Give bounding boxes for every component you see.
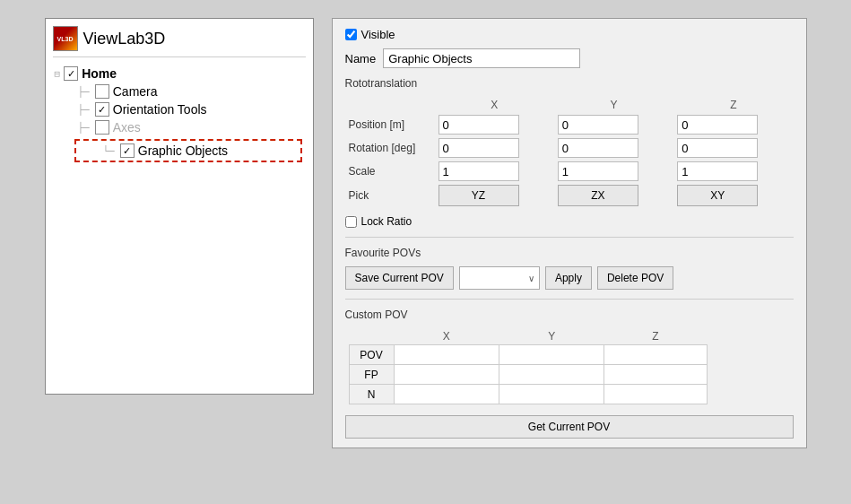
visible-checkbox[interactable]: [345, 29, 357, 40]
tree-item-axes[interactable]: ├─ Axes: [53, 118, 306, 136]
delete-pov-button[interactable]: Delete POV: [597, 266, 673, 290]
table-row: FP: [349, 365, 707, 385]
n-row-label: N: [349, 385, 394, 404]
n-z-cell: [604, 385, 707, 404]
col-z-header: Z: [673, 97, 793, 113]
scale-x[interactable]: [439, 161, 519, 181]
custom-pov-table: X Y Z POV FP N: [349, 328, 708, 404]
col-y-header: Y: [554, 97, 673, 113]
lock-ratio-row: Lock Ratio: [345, 215, 794, 228]
scale-label: Scale: [345, 160, 435, 183]
camera-label: Camera: [113, 84, 158, 99]
n-y-cell: [499, 385, 604, 404]
pov-y-cell: [499, 345, 604, 365]
favourite-povs-label: Favourite POVs: [345, 247, 794, 259]
divider-2: [345, 299, 794, 300]
custom-pov-y-header: Y: [499, 328, 604, 345]
pov-row-label: POV: [349, 345, 394, 365]
checkbox-home[interactable]: [64, 66, 78, 81]
save-pov-button[interactable]: Save Current POV: [345, 266, 454, 290]
axes-label: Axes: [113, 120, 141, 135]
scale-y[interactable]: [558, 161, 638, 181]
tree-item-home[interactable]: ⊟ Home: [53, 65, 306, 83]
visible-row: Visible: [345, 28, 794, 41]
checkbox-camera[interactable]: [95, 84, 109, 99]
rotation-label: Rotation [deg]: [345, 136, 435, 160]
lock-ratio-checkbox[interactable]: [345, 216, 357, 228]
name-row: Name: [345, 48, 794, 68]
custom-pov-x-header: X: [394, 328, 499, 345]
tree-toggle-icon: ⊟: [55, 68, 61, 80]
position-y[interactable]: [558, 115, 638, 135]
tree-item-graphic-objects[interactable]: └─ Graphic Objects: [74, 139, 302, 162]
scale-z[interactable]: [677, 161, 758, 181]
col-x-header: X: [435, 97, 554, 113]
pov-x-cell: [394, 345, 499, 365]
fp-x-cell: [394, 365, 499, 385]
apply-button[interactable]: Apply: [545, 266, 592, 290]
pov-dropdown-wrap: [459, 266, 540, 290]
table-row: N: [349, 385, 707, 404]
custom-pov-label: Custom POV: [345, 308, 794, 321]
panel-title: VL3D ViewLab3D: [53, 26, 306, 57]
tree-line-axes: ├─: [78, 122, 90, 134]
table-row: POV: [349, 345, 707, 365]
rotation-z[interactable]: [677, 138, 758, 158]
visible-label: Visible: [361, 28, 395, 41]
fp-z-cell: [604, 365, 707, 385]
table-row: Rotation [deg]: [345, 136, 794, 160]
pov-dropdown[interactable]: [459, 266, 540, 290]
table-row: Position [m]: [345, 113, 794, 136]
fp-row-label: FP: [349, 365, 394, 385]
pick-xy-button[interactable]: XY: [677, 185, 758, 206]
orientation-tools-label: Orientation Tools: [113, 102, 207, 117]
tree-line-graphic: └─: [103, 145, 115, 157]
pick-zx-button[interactable]: ZX: [558, 185, 638, 206]
tree-item-orientation-tools[interactable]: ├─ Orientation Tools: [53, 100, 306, 118]
roto-table: X Y Z Position [m] Rotation [deg] Scale: [345, 97, 794, 208]
app-logo: VL3D: [53, 26, 78, 51]
n-x-cell: [394, 385, 499, 404]
pov-z-cell: [604, 345, 707, 365]
pick-row: Pick YZ ZX XY: [345, 183, 794, 208]
name-input[interactable]: [383, 48, 580, 68]
tree-item-camera[interactable]: ├─ Camera: [53, 83, 306, 100]
table-row: Scale: [345, 160, 794, 183]
tree-line-camera: ├─: [78, 86, 90, 98]
pov-controls: Save Current POV Apply Delete POV: [345, 266, 794, 290]
tree-line-orientation: ├─: [78, 104, 90, 116]
custom-pov-empty-header: [349, 328, 394, 345]
rototranslation-label: Rototranslation: [345, 77, 794, 90]
position-z[interactable]: [677, 115, 758, 135]
custom-pov-z-header: Z: [604, 328, 707, 345]
get-pov-button[interactable]: Get Current POV: [345, 415, 794, 439]
checkbox-orientation-tools[interactable]: [95, 102, 109, 117]
pick-yz-button[interactable]: YZ: [439, 185, 519, 206]
checkbox-axes[interactable]: [95, 120, 109, 135]
left-panel: VL3D ViewLab3D ⊟ Home ├─ Camera ├─ Orien…: [45, 18, 314, 395]
graphic-objects-label: Graphic Objects: [138, 143, 228, 158]
name-label: Name: [345, 52, 377, 65]
position-x[interactable]: [439, 115, 519, 135]
app-title: ViewLab3D: [83, 30, 166, 48]
right-panel: Visible Name Rototranslation X Y Z Posit…: [332, 18, 807, 448]
position-label: Position [m]: [345, 113, 435, 136]
home-label: Home: [82, 66, 117, 81]
checkbox-graphic-objects[interactable]: [120, 143, 135, 158]
fp-y-cell: [499, 365, 604, 385]
rotation-x[interactable]: [439, 138, 519, 158]
divider-1: [345, 237, 794, 238]
lock-ratio-label: Lock Ratio: [361, 215, 412, 228]
rotation-y[interactable]: [558, 138, 638, 158]
pick-label: Pick: [345, 183, 435, 208]
